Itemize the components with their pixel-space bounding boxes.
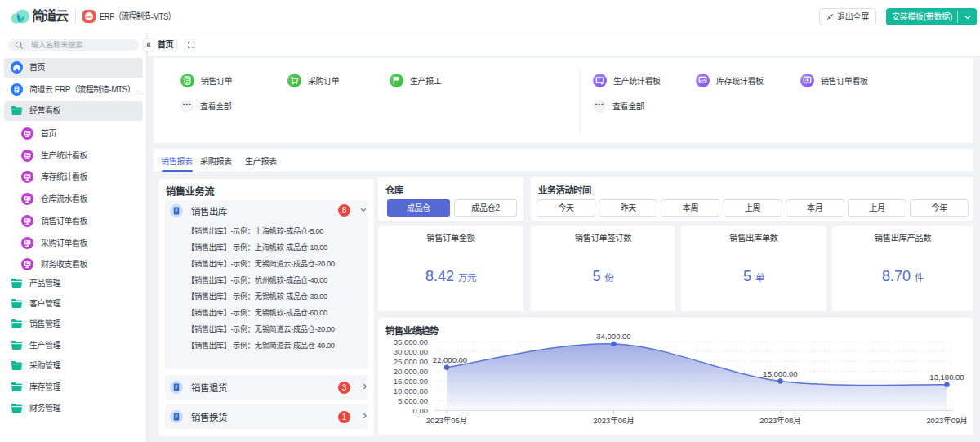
svg-text:10,000.00: 10,000.00: [394, 386, 428, 395]
svg-text:2023年09月: 2023年09月: [926, 416, 968, 425]
svg-text:34,000.00: 34,000.00: [596, 332, 630, 341]
svg-text:35,000.00: 35,000.00: [394, 337, 428, 346]
svg-text:2023年06月: 2023年06月: [593, 416, 635, 425]
svg-text:2023年05月: 2023年05月: [426, 416, 468, 425]
svg-text:2023年08月: 2023年08月: [760, 416, 801, 425]
svg-text:0.00: 0.00: [413, 406, 429, 415]
svg-text:5,000.00: 5,000.00: [398, 396, 428, 405]
svg-text:30,000.00: 30,000.00: [394, 347, 428, 356]
svg-text:20,000.00: 20,000.00: [394, 367, 428, 376]
svg-text:13,180.00: 13,180.00: [929, 373, 964, 382]
svg-text:22,000.00: 22,000.00: [433, 355, 467, 364]
svg-text:15,000.00: 15,000.00: [394, 377, 428, 386]
svg-text:25,000.00: 25,000.00: [394, 357, 428, 366]
svg-text:15,000.00: 15,000.00: [763, 369, 797, 378]
